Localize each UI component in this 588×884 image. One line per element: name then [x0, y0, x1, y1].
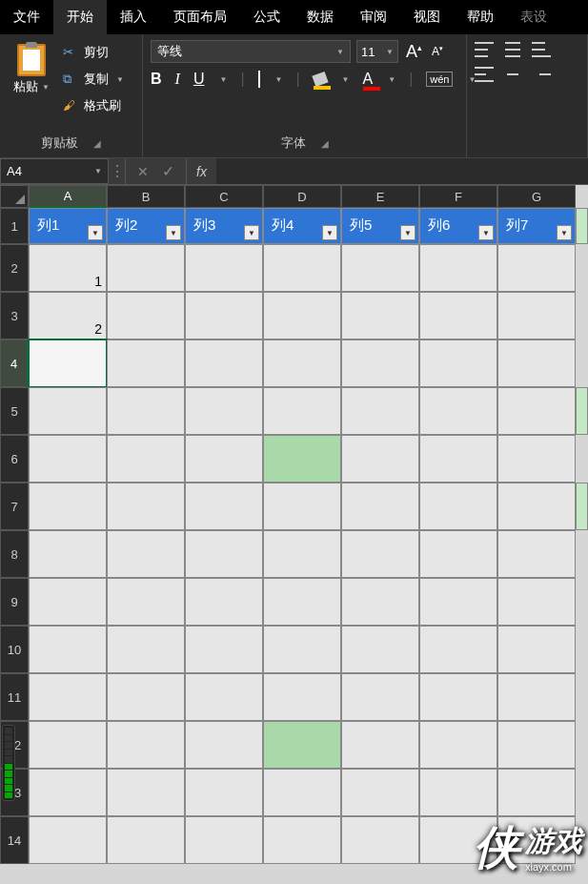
cell-C1[interactable]: 列3▼: [185, 208, 263, 244]
cell-C14[interactable]: [185, 816, 263, 864]
cell-A9[interactable]: [29, 578, 107, 626]
cell-A10[interactable]: [29, 626, 107, 673]
cell-C13[interactable]: [185, 769, 263, 816]
row-header-8[interactable]: 8: [0, 530, 29, 578]
cell-D10[interactable]: [263, 626, 341, 673]
cell-G6[interactable]: [497, 435, 576, 483]
cell-A14[interactable]: [29, 816, 107, 864]
column-header-G[interactable]: G: [497, 185, 576, 208]
cell-D12[interactable]: [263, 721, 341, 769]
cell-C9[interactable]: [185, 578, 263, 626]
row-header-6[interactable]: 6: [0, 435, 29, 483]
cell-G4[interactable]: [497, 339, 576, 387]
cell-D4[interactable]: [263, 339, 341, 387]
cell-F6[interactable]: [419, 435, 497, 483]
filter-dropdown-icon[interactable]: ▼: [557, 225, 572, 240]
align-left-button[interactable]: [475, 67, 494, 82]
row-header-7[interactable]: 7: [0, 483, 29, 530]
cell-F8[interactable]: [419, 530, 497, 578]
cell-D3[interactable]: [263, 292, 341, 339]
tab-insert[interactable]: 插入: [107, 0, 160, 34]
filter-dropdown-icon[interactable]: ▼: [400, 225, 416, 240]
column-header-B[interactable]: B: [107, 185, 185, 208]
cell-G13[interactable]: [497, 769, 576, 816]
cell-E12[interactable]: [341, 721, 419, 769]
tab-data[interactable]: 数据: [294, 0, 347, 34]
italic-button[interactable]: I: [175, 71, 180, 88]
cell-F3[interactable]: [419, 292, 497, 339]
cancel-formula-button[interactable]: ✕: [137, 164, 149, 179]
tab-review[interactable]: 审阅: [347, 0, 400, 34]
cell-E3[interactable]: [341, 292, 419, 339]
tab-table-tools[interactable]: 表设: [507, 0, 560, 34]
cell-E6[interactable]: [341, 435, 419, 483]
cell-B8[interactable]: [107, 530, 185, 578]
row-header-2[interactable]: 2: [0, 244, 29, 292]
cell-C2[interactable]: [185, 244, 263, 292]
cell-G10[interactable]: [497, 626, 576, 673]
row-header-5[interactable]: 5: [0, 387, 29, 435]
borders-button[interactable]: [258, 71, 260, 88]
cell-F4[interactable]: [419, 339, 497, 387]
row-header-3[interactable]: 3: [0, 292, 29, 339]
cell-C8[interactable]: [185, 530, 263, 578]
cell-E2[interactable]: [341, 244, 419, 292]
enter-formula-button[interactable]: ✓: [162, 162, 174, 180]
tab-view[interactable]: 视图: [400, 0, 454, 34]
column-header-C[interactable]: C: [185, 185, 263, 208]
cell-E5[interactable]: [341, 387, 419, 435]
cell-B2[interactable]: [107, 244, 185, 292]
cell-D11[interactable]: [263, 673, 341, 721]
cell-E13[interactable]: [341, 769, 419, 816]
font-name-select[interactable]: 等线▼: [151, 40, 351, 63]
cell-G2[interactable]: [497, 244, 576, 292]
cell-D6[interactable]: [263, 435, 341, 483]
dialog-launcher-icon[interactable]: ◢: [93, 138, 101, 149]
cell-F12[interactable]: [419, 721, 497, 769]
cell-D13[interactable]: [263, 769, 341, 816]
cell-B14[interactable]: [107, 816, 185, 864]
cell-D9[interactable]: [263, 578, 341, 626]
cell-G8[interactable]: [497, 530, 576, 578]
tab-file[interactable]: 文件: [0, 0, 53, 34]
cell-G7[interactable]: [497, 483, 576, 530]
column-header-A[interactable]: A: [29, 185, 107, 208]
align-bottom-button[interactable]: [532, 42, 551, 57]
cell-E4[interactable]: [341, 339, 419, 387]
cell-G1[interactable]: 列7▼: [497, 208, 576, 244]
font-size-select[interactable]: 11▼: [356, 40, 398, 63]
cell-C12[interactable]: [185, 721, 263, 769]
cell-B10[interactable]: [107, 626, 185, 673]
cell-F11[interactable]: [419, 673, 497, 721]
cell-D5[interactable]: [263, 387, 341, 435]
select-all-corner[interactable]: [0, 185, 29, 208]
phonetic-button[interactable]: wén: [426, 72, 453, 87]
cut-button[interactable]: ✂剪切: [59, 42, 128, 63]
filter-dropdown-icon[interactable]: ▼: [88, 225, 103, 240]
column-header-F[interactable]: F: [419, 185, 497, 208]
cell-C7[interactable]: [185, 483, 263, 530]
cell-G3[interactable]: [497, 292, 576, 339]
cell-A11[interactable]: [29, 673, 107, 721]
cell-E9[interactable]: [341, 578, 419, 626]
cell-F13[interactable]: [419, 769, 497, 816]
cell-C4[interactable]: [185, 339, 263, 387]
cell-A4[interactable]: [29, 339, 107, 387]
cell-B11[interactable]: [107, 673, 185, 721]
align-middle-button[interactable]: [503, 42, 522, 57]
cell-B13[interactable]: [107, 769, 185, 816]
cell-B4[interactable]: [107, 339, 185, 387]
name-box[interactable]: A4▼: [0, 158, 109, 184]
cell-D8[interactable]: [263, 530, 341, 578]
cell-A5[interactable]: [29, 387, 107, 435]
fx-label[interactable]: fx: [187, 158, 216, 184]
tab-home[interactable]: 开始: [53, 0, 107, 34]
align-right-button[interactable]: [532, 67, 551, 82]
formula-input[interactable]: [216, 158, 588, 184]
filter-dropdown-icon[interactable]: ▼: [166, 225, 181, 240]
cell-A2[interactable]: 1: [29, 244, 107, 292]
cell-C10[interactable]: [185, 626, 263, 673]
cell-F7[interactable]: [419, 483, 497, 530]
cell-G11[interactable]: [497, 673, 576, 721]
cell-G12[interactable]: [497, 721, 576, 769]
